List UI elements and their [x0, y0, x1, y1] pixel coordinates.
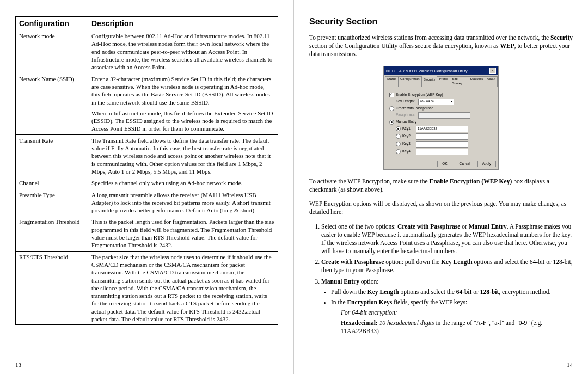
- table-row: Fragmentation Threshold This is the pack…: [16, 216, 278, 251]
- col-header-config: Configuration: [16, 17, 88, 30]
- key2-input[interactable]: [416, 133, 468, 140]
- ok-button[interactable]: OK: [437, 161, 452, 167]
- activate-text: To activate the WEP Encryption, make sur…: [309, 177, 573, 194]
- titlebar: NETGEAR MA111 Wireless Configuration Uti…: [384, 66, 498, 75]
- key1-radio[interactable]: [396, 126, 401, 131]
- table-row: Channel Specifies a channel only when us…: [16, 177, 278, 189]
- key3-input[interactable]: [416, 141, 468, 148]
- enable-encryption-checkbox[interactable]: [389, 93, 394, 97]
- tab-status[interactable]: Status: [385, 76, 399, 87]
- table-row: Transmit Rate The Transmit Rate field al…: [16, 134, 278, 177]
- apply-button[interactable]: Apply: [477, 161, 496, 167]
- tab-configuration[interactable]: Configuration: [398, 76, 422, 87]
- tab-sitesurvey[interactable]: Site Survey: [450, 76, 468, 87]
- passphrase-input[interactable]: [418, 112, 470, 119]
- chevron-down-icon: ▾: [451, 100, 452, 104]
- step-3: Manual Entry option: Pull down the Key L…: [321, 278, 573, 335]
- table-row: Network mode Configurable between 802.11…: [16, 30, 278, 73]
- close-icon[interactable]: ×: [489, 68, 496, 74]
- col-header-desc: Description: [88, 17, 278, 30]
- step-1: Select one of the two options: Create wi…: [321, 223, 573, 255]
- tab-strip: Status Configuration Security Profile Si…: [384, 75, 498, 87]
- key-length-combo[interactable]: 40 / 64 Bit ▾: [418, 99, 454, 105]
- tab-profile[interactable]: Profile: [437, 76, 450, 87]
- table-row: Network Name (SSID) Enter a 32-character…: [16, 73, 278, 134]
- tab-statistics[interactable]: Statistics: [468, 76, 485, 87]
- manual-entry-radio[interactable]: [389, 120, 394, 125]
- page-14: Security Section To prevent unauthorized…: [294, 0, 588, 374]
- bullet-keylength: Pull down the Key Length options and sel…: [331, 288, 573, 296]
- step-2: Create with Passphrase option: pull down…: [321, 258, 573, 274]
- bullet-enckeys: In the Encryption Keys fields, specify t…: [331, 298, 573, 335]
- page-number: 13: [15, 361, 21, 369]
- configuration-table: Configuration Description Network mode C…: [15, 16, 278, 325]
- key1-input[interactable]: 11AA22BB33: [416, 126, 468, 132]
- key2-radio[interactable]: [396, 134, 401, 139]
- security-heading: Security Section: [309, 16, 573, 28]
- page-13: Configuration Description Network mode C…: [0, 0, 294, 374]
- config-dialog: NETGEAR MA111 Wireless Configuration Uti…: [383, 66, 499, 170]
- key4-input[interactable]: [416, 149, 468, 155]
- key4-radio[interactable]: [396, 149, 401, 154]
- tab-about[interactable]: About: [485, 76, 498, 87]
- table-row: Preamble Type A long transmit preamble a…: [16, 189, 278, 216]
- intro-paragraph: To prevent unauthorized wireless station…: [309, 34, 573, 58]
- key3-radio[interactable]: [396, 142, 401, 146]
- dialog-screenshot: NETGEAR MA111 Wireless Configuration Uti…: [309, 66, 573, 170]
- tab-security[interactable]: Security: [421, 77, 438, 87]
- cancel-button[interactable]: Cancel: [455, 161, 475, 167]
- page-number: 14: [567, 361, 573, 369]
- create-passphrase-radio[interactable]: [389, 106, 394, 111]
- table-row: RTS/CTS Threshold The packet size that t…: [16, 251, 278, 325]
- steps-list: Select one of the two options: Create wi…: [309, 223, 573, 335]
- options-text: WEP Encryption options will be displayed…: [309, 200, 573, 216]
